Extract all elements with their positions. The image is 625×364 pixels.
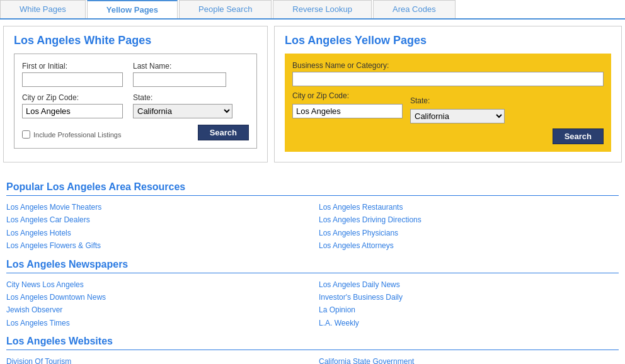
yp-state-select[interactable]: AlabamaAlaskaArizonaArkansas CaliforniaC… bbox=[410, 109, 505, 123]
professional-checkbox[interactable] bbox=[22, 130, 30, 139]
resources-section: Popular Los Angeles Area Resources Los A… bbox=[0, 169, 625, 364]
wp-state-label: State: bbox=[133, 93, 232, 102]
wp-state-select[interactable]: AlabamaAlaskaArizonaArkansas CaliforniaC… bbox=[133, 104, 232, 118]
yellow-pages-title: Los Angeles Yellow Pages bbox=[285, 34, 611, 47]
professional-label: Include Professional Listings bbox=[33, 131, 121, 139]
link-item[interactable]: L.A. Weekly bbox=[319, 319, 359, 327]
link-item[interactable]: Division Of Tourism bbox=[6, 357, 71, 364]
yellow-pages-panel: Los Angeles Yellow Pages Business Name o… bbox=[274, 26, 622, 162]
link-item[interactable]: Los Angeles Car Dealers bbox=[6, 215, 90, 224]
tab-people-search[interactable]: People Search bbox=[179, 0, 272, 18]
white-pages-panel: Los Angeles White Pages First or Initial… bbox=[3, 26, 268, 162]
wp-city-field: City or Zip Code: bbox=[22, 93, 123, 118]
websites-grid: Division Of Tourism California State Gov… bbox=[6, 355, 619, 364]
link-item[interactable]: Los Angeles Driving Directions bbox=[319, 215, 421, 224]
popular-resources-title: Popular Los Angeles Area Resources bbox=[6, 181, 619, 196]
link-item[interactable]: Los Angeles Attorneys bbox=[319, 241, 394, 250]
yp-business-input[interactable] bbox=[292, 72, 604, 86]
first-name-label: First or Initial: bbox=[22, 62, 123, 71]
link-item[interactable]: Los Angeles Movie Theaters bbox=[6, 203, 101, 212]
first-name-field: First or Initial: bbox=[22, 62, 123, 87]
link-item[interactable]: Los Angeles Hotels bbox=[6, 229, 71, 237]
newspapers-grid: City News Los Angeles Los Angeles Downto… bbox=[6, 278, 619, 330]
tab-area-codes[interactable]: Area Codes bbox=[373, 0, 456, 18]
tab-bar: White Pages Yellow Pages People Search R… bbox=[0, 0, 625, 20]
main-container: Los Angeles White Pages First or Initial… bbox=[0, 20, 625, 169]
professional-checkbox-row: Include Professional Listings bbox=[22, 130, 121, 139]
white-pages-title: Los Angeles White Pages bbox=[14, 34, 257, 47]
yp-business-label: Business Name or Category: bbox=[292, 61, 604, 70]
newspapers-right-col: Los Angeles Daily News Investor's Busine… bbox=[319, 278, 619, 330]
yp-city-label: City or Zip Code: bbox=[292, 91, 403, 100]
link-item[interactable]: Jewish Observer bbox=[6, 305, 62, 314]
yellow-pages-form: Business Name or Category: City or Zip C… bbox=[285, 54, 611, 152]
yp-state-field: State: AlabamaAlaskaArizonaArkansas Cali… bbox=[410, 96, 505, 123]
tab-white-pages[interactable]: White Pages bbox=[0, 0, 86, 18]
link-item[interactable]: Los Angeles Downtown News bbox=[6, 293, 106, 302]
tab-reverse-lookup[interactable]: Reverse Lookup bbox=[273, 0, 372, 18]
tab-yellow-pages[interactable]: Yellow Pages bbox=[87, 0, 178, 18]
websites-title: Los Angeles Websites bbox=[6, 336, 619, 350]
popular-right-col: Los Angeles Restaurants Los Angeles Driv… bbox=[319, 201, 619, 253]
link-item[interactable]: City News Los Angeles bbox=[6, 280, 84, 289]
link-item[interactable]: Los Angeles Times bbox=[6, 319, 70, 327]
yp-city-field: City or Zip Code: bbox=[292, 91, 403, 123]
first-name-input[interactable] bbox=[22, 72, 123, 87]
link-item[interactable]: La Opinion bbox=[319, 305, 355, 314]
link-item[interactable]: California State Government bbox=[319, 357, 414, 364]
wp-city-input[interactable] bbox=[22, 104, 123, 118]
last-name-input[interactable] bbox=[133, 72, 226, 87]
popular-resources-grid: Los Angeles Movie Theaters Los Angeles C… bbox=[6, 201, 619, 253]
link-item[interactable]: Los Angeles Restaurants bbox=[319, 203, 403, 212]
last-name-field: Last Name: bbox=[133, 62, 226, 87]
white-pages-form: First or Initial: Last Name: City or Zip… bbox=[14, 54, 257, 149]
name-row: First or Initial: Last Name: bbox=[22, 62, 249, 87]
yp-city-input[interactable] bbox=[292, 104, 403, 118]
yp-state-label: State: bbox=[410, 96, 505, 105]
link-item[interactable]: Los Angeles Daily News bbox=[319, 280, 400, 289]
link-item[interactable]: Los Angeles Physicians bbox=[319, 229, 398, 237]
wp-search-button[interactable]: Search bbox=[198, 125, 249, 140]
link-item[interactable]: Investor's Business Daily bbox=[319, 293, 403, 302]
wp-city-label: City or Zip Code: bbox=[22, 93, 123, 102]
websites-right-col: California State Government bbox=[319, 355, 619, 364]
yp-location-row: City or Zip Code: State: AlabamaAlaskaAr… bbox=[292, 91, 604, 123]
newspapers-left-col: City News Los Angeles Los Angeles Downto… bbox=[6, 278, 306, 330]
location-row: City or Zip Code: State: AlabamaAlaskaAr… bbox=[22, 93, 249, 118]
newspapers-title: Los Angeles Newspapers bbox=[6, 259, 619, 273]
popular-left-col: Los Angeles Movie Theaters Los Angeles C… bbox=[6, 201, 306, 253]
wp-state-field: State: AlabamaAlaskaArizonaArkansas Cali… bbox=[133, 93, 232, 118]
yp-search-button[interactable]: Search bbox=[553, 128, 604, 144]
last-name-label: Last Name: bbox=[133, 62, 226, 71]
websites-left-col: Division Of Tourism bbox=[6, 355, 306, 364]
yp-search-row: Search bbox=[292, 128, 604, 144]
link-item[interactable]: Los Angeles Flowers & Gifts bbox=[6, 241, 101, 250]
